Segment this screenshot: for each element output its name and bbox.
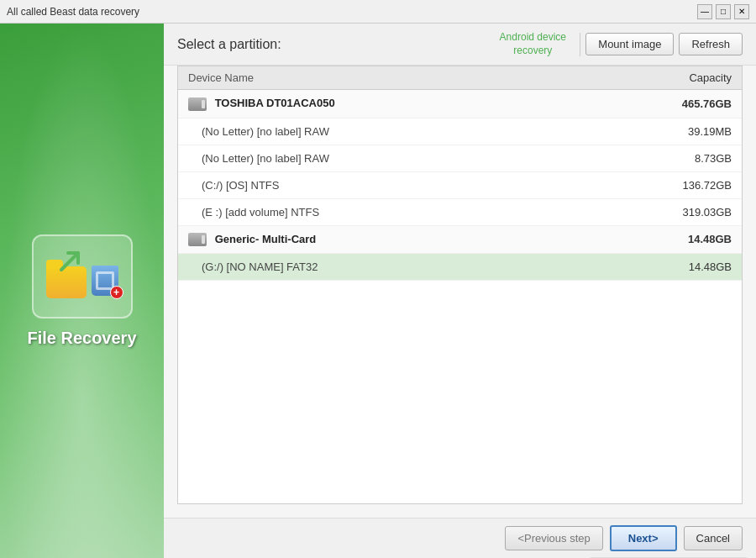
disk-icon [188, 97, 207, 111]
partition-capacity: 8.73GB [580, 152, 732, 165]
refresh-button[interactable]: Refresh [679, 33, 743, 55]
maximize-button[interactable]: □ [716, 4, 731, 19]
bottom-navigation: <Previous step Next> Cancel [164, 518, 756, 558]
select-partition-label: Select a partition: [177, 37, 281, 52]
sidebar-icon-box: + [32, 234, 133, 318]
partition-capacity: 319.03GB [580, 206, 732, 218]
top-bar: Select a partition: Android device recov… [164, 24, 756, 66]
table-header: Device Name Capacity [178, 66, 742, 90]
partition-capacity: 39.19MB [580, 125, 732, 138]
partition-row[interactable]: (G:/) [NO NAME] FAT32 14.48GB [178, 254, 742, 281]
header-device-name: Device Name [188, 71, 580, 84]
arrow-icon [55, 246, 85, 276]
close-button[interactable]: ✕ [734, 4, 749, 19]
partition-name: (No Letter) [no label] RAW [202, 125, 580, 138]
separator [580, 33, 580, 56]
sidebar-label: File Recovery [27, 329, 136, 348]
partition-name: (E :) [add volume] NTFS [202, 206, 580, 218]
disk-name: TOSHIBA DT01ACA050 [188, 97, 580, 111]
partition-table: Device Name Capacity TOSHIBA DT01ACA050 … [177, 66, 743, 504]
partition-capacity: 136.72GB [580, 179, 732, 192]
disk-name: Generic- Multi-Card [188, 233, 580, 247]
disk-row[interactable]: TOSHIBA DT01ACA050 465.76GB [178, 90, 742, 118]
header-capacity: Capacity [580, 71, 732, 84]
partition-row[interactable]: (No Letter) [no label] RAW 8.73GB [178, 145, 742, 172]
partition-capacity: 14.48GB [580, 261, 732, 273]
disk-icon [188, 233, 207, 246]
titlebar: All called Beast data recovery — □ ✕ [0, 0, 756, 24]
previous-button[interactable]: <Previous step [505, 526, 602, 550]
partition-row[interactable]: (No Letter) [no label] RAW 39.19MB [178, 118, 742, 145]
disk-capacity: 465.76GB [580, 97, 732, 110]
android-device-recovery-link[interactable]: Android device recovery [491, 31, 575, 57]
partition-name: (No Letter) [no label] RAW [202, 152, 580, 165]
disk-row[interactable]: Generic- Multi-Card 14.48GB [178, 226, 742, 255]
main-container: + File Recovery Select a partition: Andr… [0, 24, 756, 558]
window-controls: — □ ✕ [697, 4, 749, 19]
window-title: All called Beast data recovery [7, 6, 139, 18]
partition-row[interactable]: (C:/) [OS] NTFS 136.72GB [178, 172, 742, 199]
partition-row[interactable]: (E :) [add volume] NTFS 319.03GB [178, 199, 742, 226]
content-area: Select a partition: Android device recov… [164, 24, 756, 558]
disk-capacity: 14.48GB [580, 233, 732, 245]
minimize-button[interactable]: — [697, 4, 712, 19]
partition-name: (G:/) [NO NAME] FAT32 [202, 261, 580, 273]
top-bar-buttons: Android device recovery Mount image Refr… [491, 31, 743, 57]
sidebar: + File Recovery [0, 24, 164, 558]
partition-name: (C:/) [OS] NTFS [202, 179, 580, 192]
mount-image-button[interactable]: Mount image [585, 33, 674, 55]
cancel-button[interactable]: Cancel [684, 526, 743, 550]
next-button[interactable]: Next> [610, 525, 677, 551]
